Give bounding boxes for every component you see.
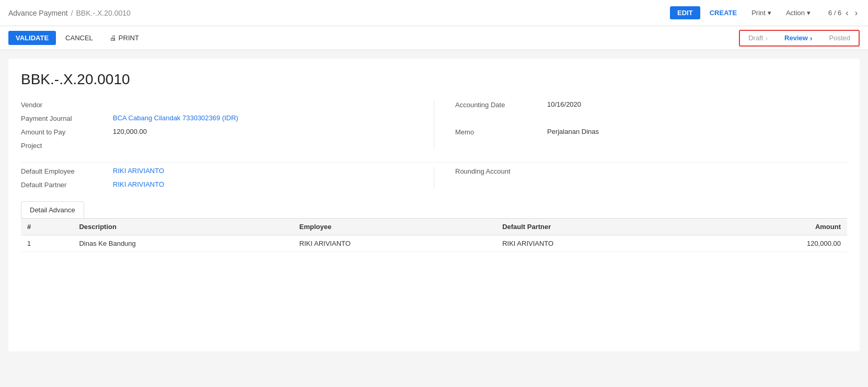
col-amount: Amount	[699, 219, 847, 235]
breadcrumb-separator: /	[71, 9, 73, 17]
form-section-1: Vendor Payment Journal BCA Cabang Ciland…	[21, 100, 847, 150]
detail-table: # Description Employee Default Partner A…	[21, 219, 847, 252]
print-button[interactable]: 🖨 PRINT	[102, 31, 146, 45]
col-num: #	[21, 219, 73, 235]
form-section-2: Default Employee RIKI ARIVIANTO Default …	[21, 162, 847, 189]
document-title: BBK.-.X.20.0010	[21, 71, 847, 88]
tab-detail-advance[interactable]: Detail Advance	[21, 201, 84, 218]
breadcrumb: Advance Payment / BBK.-.X.20.0010	[8, 9, 670, 17]
form-right-1: Accounting Date 10/16/2020 Memo Perjalan…	[455, 100, 847, 150]
main-content: BBK.-.X.20.0010 Vendor Payment Journal B…	[8, 59, 860, 351]
tab-container: Detail Advance # Description Employee De…	[21, 201, 847, 252]
pagination: 6 / 6 ‹ ›	[828, 7, 860, 19]
default-employee-value[interactable]: RIKI ARIVIANTO	[113, 167, 413, 175]
default-partner-value[interactable]: RIKI ARIVIANTO	[113, 180, 413, 188]
cell-description: Dinas Ke Bandung	[73, 235, 293, 252]
table-row: 1 Dinas Ke Bandung RIKI ARIVIANTO RIKI A…	[21, 235, 847, 252]
accounting-date-value: 10/16/2020	[547, 100, 847, 108]
breadcrumb-current: BBK.-.X.20.0010	[76, 9, 131, 17]
table-body: 1 Dinas Ke Bandung RIKI ARIVIANTO RIKI A…	[21, 235, 847, 252]
prev-page-button[interactable]: ‹	[843, 7, 850, 19]
payment-journal-label: Payment Journal	[21, 114, 105, 122]
next-page-button[interactable]: ›	[853, 7, 860, 19]
rounding-account-label: Rounding Account	[455, 167, 539, 175]
pagination-text: 6 / 6	[828, 9, 841, 17]
tab-header: Detail Advance	[21, 201, 847, 219]
status-posted: Posted	[821, 31, 859, 45]
accounting-date-label: Accounting Date	[455, 100, 539, 109]
cell-amount: 120,000.00	[699, 235, 847, 252]
status-chevron-2: ›	[810, 34, 813, 42]
status-review: Review ›	[776, 31, 820, 45]
status-chevron-1: ›	[765, 34, 768, 42]
memo-value: Perjalanan Dinas	[547, 128, 847, 135]
cell-num: 1	[21, 235, 73, 252]
validate-button[interactable]: VALIDATE	[8, 31, 56, 45]
action-chevron-icon: ▾	[807, 9, 811, 17]
col-employee: Employee	[293, 219, 496, 235]
default-partner-label: Default Partner	[21, 180, 105, 189]
top-actions: EDIT CREATE Print ▾ Action ▾ 6 / 6 ‹ ›	[670, 6, 860, 19]
create-button[interactable]: CREATE	[704, 6, 742, 19]
form-right-2: Rounding Account	[455, 167, 847, 189]
amount-to-pay-label: Amount to Pay	[21, 128, 105, 136]
print-chevron-icon: ▾	[768, 9, 771, 17]
payment-journal-value[interactable]: BCA Cabang Cilandak 7330302369 (IDR)	[113, 114, 413, 122]
amount-to-pay-value: 120,000.00	[113, 128, 413, 135]
memo-label: Memo	[455, 128, 539, 136]
printer-icon: 🖨	[110, 34, 117, 42]
project-label: Project	[21, 141, 105, 150]
edit-button[interactable]: EDIT	[670, 6, 700, 19]
print-dropdown-button[interactable]: Print ▾	[746, 6, 777, 19]
form-left-1: Vendor Payment Journal BCA Cabang Ciland…	[21, 100, 434, 150]
col-description: Description	[73, 219, 293, 235]
cell-employee: RIKI ARIVIANTO	[293, 235, 496, 252]
cancel-button[interactable]: CANCEL	[58, 31, 100, 45]
col-partner: Default Partner	[496, 219, 699, 235]
breadcrumb-parent[interactable]: Advance Payment	[8, 9, 68, 17]
action-dropdown-button[interactable]: Action ▾	[781, 6, 816, 19]
vendor-label: Vendor	[21, 100, 105, 109]
action-bar: VALIDATE CANCEL 🖨 PRINT Draft › Review ›…	[0, 26, 868, 50]
status-bar: Draft › Review › Posted	[739, 30, 860, 47]
default-employee-label: Default Employee	[21, 167, 105, 175]
form-left-2: Default Employee RIKI ARIVIANTO Default …	[21, 167, 434, 189]
table-header: # Description Employee Default Partner A…	[21, 219, 847, 235]
status-draft: Draft ›	[740, 31, 776, 45]
cell-partner: RIKI ARIVIANTO	[496, 235, 699, 252]
top-bar: Advance Payment / BBK.-.X.20.0010 EDIT C…	[0, 0, 868, 26]
